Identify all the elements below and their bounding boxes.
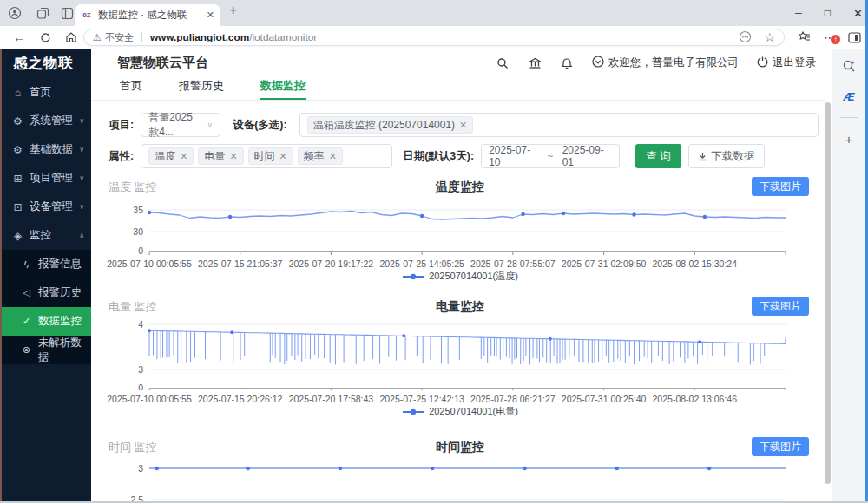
home-icon[interactable] (62, 29, 80, 46)
user-menu[interactable]: 欢迎您，普量电子有限公司 (592, 56, 739, 70)
project-label: 项目: (108, 118, 134, 133)
tag-close-icon[interactable]: ✕ (180, 151, 187, 162)
chart-title: 电量监控 (102, 299, 819, 315)
edge-sidebar: Æ + (832, 49, 865, 503)
legend-marker-icon (402, 408, 424, 416)
top-nav-tabs: 首页报警历史数据监控 (91, 77, 825, 101)
browser-tab[interactable]: 0Z 数据监控 · 感之物联 ✕ (75, 4, 220, 26)
window-close-button[interactable]: ✕ (853, 7, 863, 20)
workspaces-icon[interactable] (35, 5, 50, 21)
logout-icon (757, 56, 768, 70)
sidebar-subitem-0[interactable]: ϟ报警信息 (2, 250, 91, 278)
address-bar[interactable]: ⚠ 不安全 www.puliangiot.com /iotdatamonitor… (83, 29, 785, 46)
app-header: 智慧物联云平台 欢迎您，普量电子有限公司 (91, 49, 825, 77)
window-minimize-button[interactable]: ─ (795, 8, 802, 18)
attribute-select[interactable]: 温度✕电量✕时间✕频率✕ (141, 144, 392, 168)
url-domain: www.puliangiot.com (150, 31, 249, 43)
svg-text:35: 35 (133, 205, 143, 215)
address-divider (141, 32, 142, 42)
date-start: 2025-07-10 (489, 144, 538, 168)
browser-window: 0Z 数据监控 · 感之物联 ✕ + ─ □ ✕ ← ⚠ 不安全 www.pul… (0, 0, 868, 503)
chart-legend[interactable]: 202507014001(温度) (102, 270, 819, 283)
page-title: 智慧物联云平台 (117, 55, 208, 71)
chart-panel-0: 温度 监控温度监控下载图片353002025-07-10 00:05:55202… (102, 177, 819, 283)
sidebar-item-gear-1[interactable]: ⚙系统管理∨ (2, 107, 91, 135)
bookmark-star-icon[interactable]: ☆ (764, 30, 775, 44)
filter-tag: 温箱温度监控 (202507014001)✕ (307, 116, 474, 134)
address-hub-icon[interactable] (739, 30, 752, 45)
svg-text:0: 0 (138, 245, 143, 255)
sidebar-submenu: ϟ报警信息◁报警历史✓数据监控⊗未解析数据 (2, 250, 91, 364)
welcome-text: 欢迎您，普量电子有限公司 (608, 56, 739, 70)
profile-icon[interactable] (7, 5, 23, 21)
download-icon (698, 152, 707, 161)
chart-plot[interactable]: 32.5 (102, 458, 819, 503)
tab-1[interactable]: 报警历史 (179, 78, 224, 100)
chart-panel-2: 时间 监控时间监控下载图片32.5 (102, 437, 819, 503)
download-image-button[interactable]: 下载图片 (752, 177, 809, 196)
download-image-button[interactable]: 下载图片 (752, 437, 809, 456)
sidebar-search-icon[interactable] (842, 59, 856, 76)
sidebar-item-grid-3[interactable]: ⊞项目管理∨ (2, 164, 91, 193)
security-warning[interactable]: ⚠ 不安全 (93, 31, 134, 44)
url-path: /iotdatamonitor (249, 31, 317, 43)
chart-legend[interactable]: 202507014001(电量) (102, 405, 819, 418)
chart-title: 温度监控 (102, 180, 819, 195)
x-axis-labels: 2025-07-10 00:05:552025-07-15 21:05:3720… (102, 258, 819, 270)
sidebar-item-gear-2[interactable]: ⚙基础数据∨ (2, 135, 91, 164)
window-maximize-button[interactable]: □ (825, 7, 831, 19)
chart-plot[interactable]: 430 (102, 317, 819, 390)
sidebar-item-home-0[interactable]: ⌂首页 (2, 78, 91, 107)
split-screen-icon[interactable] (845, 29, 863, 46)
device-select[interactable]: 温箱温度监控 (202507014001)✕ (299, 113, 819, 137)
bank-icon[interactable] (528, 56, 542, 70)
date-range-input[interactable]: 2025-07-10 ~ 2025-09-01 (481, 144, 620, 168)
tag-close-icon[interactable]: ✕ (459, 120, 467, 131)
sidebar-subitem-1[interactable]: ◁报警历史 (2, 278, 91, 307)
project-select[interactable]: 普量2025款4... ∨ (141, 113, 220, 137)
sidebar-item-device-4[interactable]: ⊡设备管理∨ (2, 193, 91, 221)
browser-tab-bar: 0Z 数据监控 · 感之物联 ✕ + ─ □ ✕ (0, 0, 868, 26)
tag-close-icon[interactable]: ✕ (229, 151, 237, 162)
filter-tag: 电量✕ (198, 147, 243, 165)
tab-2[interactable]: 数据监控 (260, 78, 306, 100)
device-label: 设备(多选): (233, 118, 287, 133)
back-icon[interactable]: ← (10, 29, 28, 46)
device-icon: ⊡ (12, 201, 23, 213)
sidebar-item-monitor-5[interactable]: ◈监控∧ (2, 221, 91, 250)
svg-text:30: 30 (133, 226, 143, 237)
tab-0[interactable]: 首页 (120, 78, 142, 100)
svg-text:4: 4 (138, 319, 143, 330)
download-data-button[interactable]: 下载数据 (688, 144, 765, 168)
chart-plot[interactable]: 35300 (102, 198, 819, 255)
download-image-button[interactable]: 下载图片 (752, 297, 809, 316)
sidebar-subitem-2[interactable]: ✓数据监控 (2, 307, 91, 336)
tag-close-icon[interactable]: ✕ (279, 151, 287, 162)
update-badge: ↑ (831, 35, 840, 44)
new-tab-button[interactable]: + (229, 3, 237, 18)
query-button[interactable]: 查 询 (635, 144, 681, 168)
page-content: 项目: 普量2025款4... ∨ 设备(多选): 温箱温度监控 (202507… (91, 101, 825, 503)
filter-tag: 时间✕ (248, 147, 293, 165)
chart-panel-1: 电量 监控电量监控下载图片4302025-07-10 00:05:552025-… (102, 297, 819, 418)
bell-icon[interactable] (560, 56, 574, 70)
tag-close-icon[interactable]: ✕ (329, 151, 337, 162)
logout-button[interactable]: 退出登录 (757, 56, 816, 70)
filter-tag: 温度✕ (148, 147, 194, 165)
sidebar-subitem-3[interactable]: ⊗未解析数据 (2, 336, 91, 364)
gear-icon: ⚙ (12, 144, 23, 156)
edge-app-icon[interactable]: Æ (844, 90, 855, 103)
search-icon[interactable] (496, 56, 510, 70)
refresh-icon[interactable] (36, 29, 54, 46)
parse-icon: ⊗ (21, 344, 32, 356)
gear-icon: ⚙ (12, 115, 23, 127)
sidebar-add-button[interactable]: + (845, 132, 853, 147)
tab-actions-icon[interactable] (59, 5, 75, 21)
favorites-bar-icon[interactable] (795, 29, 812, 46)
svg-text:3: 3 (138, 463, 143, 474)
page-scrollbar[interactable] (825, 102, 831, 494)
svg-text:3: 3 (138, 364, 143, 375)
tab-close-icon[interactable]: ✕ (207, 10, 214, 21)
chevron-down-icon: ∨ (79, 117, 84, 125)
app-sidebar: 感之物联 ⌂首页⚙系统管理∨⚙基础数据∨⊞项目管理∨⊡设备管理∨◈监控∧ ϟ报警… (2, 49, 91, 503)
